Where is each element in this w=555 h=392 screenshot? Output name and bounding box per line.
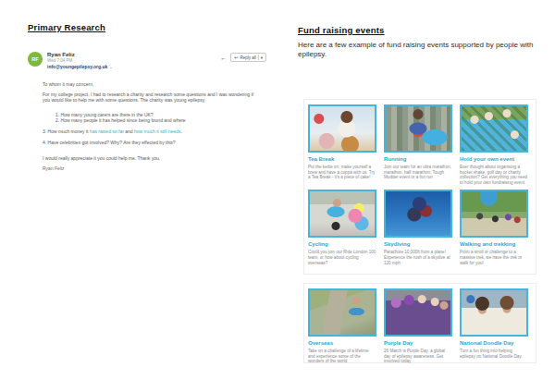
events-row-1: Tea Break Put the kettle on, make yourse…: [304, 100, 536, 185]
event-description: From a stroll or challenge to a massive …: [460, 250, 528, 265]
event-description: Ever thought about organising a bucket s…: [460, 165, 528, 185]
event-card[interactable]: National Doodle Day Turn a fun thing int…: [460, 288, 528, 364]
reply-all-icon: ↩: [234, 55, 238, 60]
email-meta: Ryan Feliz Wed 7:04 PM info@youngepileps…: [47, 52, 113, 70]
event-title-link[interactable]: Walking and trekking: [460, 241, 528, 248]
event-title-link[interactable]: Purple Day: [384, 340, 452, 347]
event-title-link[interactable]: Hold your own event: [460, 156, 528, 163]
email-signature: Ryan Feliz: [43, 165, 257, 171]
sender-address-text: info@youngepilepsy.org.uk: [47, 64, 107, 69]
event-description: Parachute 10,000ft from a plane! Experie…: [384, 250, 452, 265]
event-card[interactable]: Hold your own event Ever thought about o…: [460, 104, 528, 185]
email-question-3: 3. How much money it has raised so far a…: [43, 129, 257, 134]
event-title-link[interactable]: Tea Break: [308, 156, 376, 163]
sender-avatar: RF: [28, 52, 43, 67]
primary-research-heading: Primary Research: [28, 22, 105, 32]
event-title-link[interactable]: Cycling: [308, 241, 376, 248]
q3-highlight-2: how much it still needs: [134, 129, 180, 134]
email-greeting: To whom it may concern,: [43, 81, 257, 87]
email-closing: I would really appreciate it you could h…: [43, 155, 257, 161]
event-title-link[interactable]: Overseas: [308, 340, 376, 347]
sender-name: Ryan Feliz: [47, 52, 113, 58]
event-card[interactable]: Tea Break Put the kettle on, make yourse…: [308, 104, 376, 185]
event-description: Put the kettle on, make yourself a brew …: [308, 165, 376, 180]
event-description: Turn a fun thing into helping epilepsy o…: [460, 349, 528, 359]
overseas-photo[interactable]: [308, 288, 376, 337]
event-card[interactable]: Walking and trekking From a stroll or ch…: [460, 190, 528, 265]
email-question-list: 1. How many young carers are there in th…: [56, 112, 257, 123]
sender-address-link[interactable]: info@youngepilepsy.org.uk⌄: [47, 64, 113, 70]
email-header: RF Ryan Feliz Wed 7:04 PM info@youngepil…: [28, 52, 266, 70]
email-intro-paragraph: For my college project, I had to researc…: [43, 92, 257, 103]
fundraising-events-heading: Fund raising events: [298, 25, 385, 35]
event-title-link[interactable]: Skydiving: [384, 241, 452, 248]
tea-break-photo[interactable]: [308, 104, 376, 153]
event-description: Join our team for an ultra marathon, mar…: [384, 165, 452, 180]
email-question: 2. How many people it has helped since b…: [56, 117, 257, 123]
email-actions: ← ↩ Reply all ▾: [220, 53, 266, 62]
event-card[interactable]: Overseas Take on a challenge of a lifeti…: [308, 288, 376, 364]
event-description: Take on a challenge of a lifetime and ex…: [308, 349, 376, 364]
family-event-photo[interactable]: [460, 104, 528, 153]
events-row-2: Cycling Could you join our Ride London 1…: [304, 185, 536, 265]
email-screenshot: RF Ryan Feliz Wed 7:04 PM info@youngepil…: [28, 52, 266, 171]
event-title-link[interactable]: Running: [384, 156, 452, 163]
chevron-down-icon[interactable]: ⌄: [109, 65, 112, 69]
event-title-link[interactable]: National Doodle Day: [460, 340, 528, 347]
event-card[interactable]: Skydiving Parachute 10,000ft from a plan…: [384, 190, 452, 265]
events-panel-bottom: Overseas Take on a challenge of a lifeti…: [303, 283, 536, 363]
back-arrow-icon[interactable]: ←: [220, 55, 227, 61]
events-panel-top: Tea Break Put the kettle on, make yourse…: [303, 99, 536, 275]
document-page: Primary Research RF Ryan Feliz Wed 7:04 …: [0, 0, 555, 392]
reply-options-dropdown-icon[interactable]: ▾: [261, 55, 263, 60]
reply-all-button[interactable]: ↩ Reply all ▾: [230, 53, 266, 62]
email-body: To whom it may concern, For my college p…: [43, 81, 257, 171]
divider: [258, 55, 259, 60]
skydiving-photo[interactable]: [384, 190, 452, 238]
reply-all-label: Reply all: [240, 55, 255, 60]
event-description: Could you join our Ride London 100 team,…: [308, 250, 376, 265]
event-description: 26 March is Purple Day, a global day of …: [384, 349, 452, 364]
q3-text: and: [124, 129, 134, 134]
event-card[interactable]: Purple Day 26 March is Purple Day, a glo…: [384, 288, 452, 364]
email-question-4: 4. Have celebrities got involved? Why? A…: [43, 140, 257, 145]
walking-photo[interactable]: [460, 190, 528, 238]
event-card[interactable]: Cycling Could you join our Ride London 1…: [308, 190, 376, 265]
event-card[interactable]: Running Join our team for an ultra marat…: [384, 104, 452, 185]
events-row-3: Overseas Take on a challenge of a lifeti…: [304, 284, 536, 364]
cycling-photo[interactable]: [308, 190, 376, 238]
q3-text: .: [180, 129, 181, 134]
doodle-day-photo[interactable]: [460, 288, 528, 337]
q3-highlight-1: has raised so far: [90, 129, 124, 134]
running-photo[interactable]: [384, 104, 452, 153]
fundraising-intro-paragraph: Here are a few example of fund raising e…: [298, 41, 538, 59]
purple-day-photo[interactable]: [384, 288, 452, 337]
q3-text: 3. How much money it: [43, 129, 90, 134]
